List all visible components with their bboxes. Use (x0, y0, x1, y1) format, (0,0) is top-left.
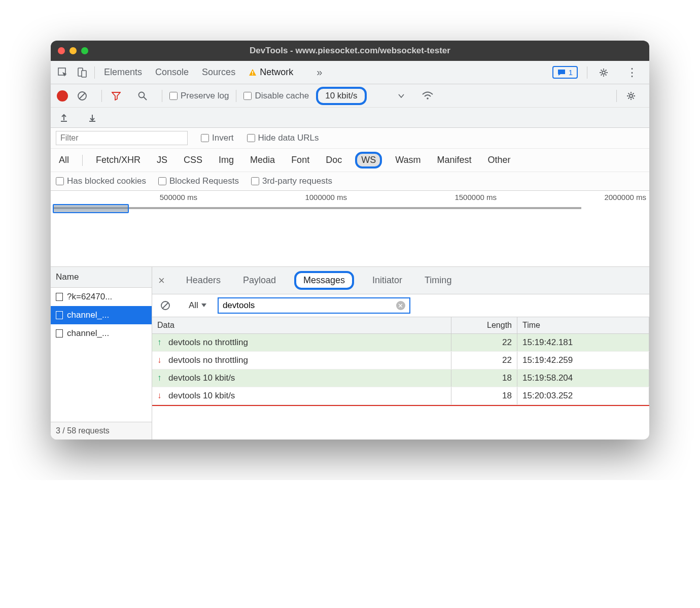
more-tabs-icon[interactable]: » (317, 66, 322, 78)
message-filter-input[interactable]: devtools ✕ (218, 297, 410, 314)
type-js[interactable]: JS (154, 153, 170, 167)
clear-messages-icon[interactable] (158, 298, 172, 313)
type-ws[interactable]: WS (355, 152, 382, 168)
issues-badge[interactable]: 1 (552, 66, 578, 79)
arrow-down-icon: ↓ (157, 355, 164, 365)
record-button[interactable] (57, 90, 68, 102)
request-detail-split: Name ?k=62470... channel_... channel_...… (51, 267, 649, 440)
detail-tab-messages[interactable]: Messages (294, 271, 354, 290)
timeline-ticks: 500000 ms 1000000 ms 1500000 ms 2000000 … (51, 191, 649, 203)
warning-icon (249, 69, 257, 77)
import-har-icon[interactable] (85, 111, 99, 125)
extra-filter-row: Has blocked cookies Blocked Requests 3rd… (51, 172, 649, 191)
timeline-overview[interactable]: 500000 ms 1000000 ms 1500000 ms 2000000 … (51, 191, 649, 267)
message-time: 15:19:42.181 (517, 334, 649, 351)
tab-network[interactable]: Network (249, 67, 293, 78)
clear-button[interactable] (75, 89, 89, 103)
kebab-menu-icon[interactable]: ⋮ (625, 65, 639, 80)
type-img[interactable]: Img (216, 153, 237, 167)
svg-point-10 (427, 97, 429, 99)
clear-filter-icon[interactable]: ✕ (396, 301, 405, 310)
timeline-selection[interactable] (53, 204, 129, 213)
export-har-icon[interactable] (57, 111, 71, 125)
inspect-element-icon[interactable] (56, 65, 70, 80)
detail-tabs: × Headers Payload Messages Initiator Tim… (152, 267, 649, 294)
request-item[interactable]: ?k=62470... (51, 288, 152, 306)
request-list: Name ?k=62470... channel_... channel_...… (51, 267, 152, 440)
message-row[interactable]: ↓devtools no throttling2215:19:42.259 (152, 352, 649, 369)
tab-sources[interactable]: Sources (202, 67, 235, 78)
col-data: Data (152, 317, 451, 333)
svg-point-8 (139, 92, 145, 97)
type-all[interactable]: All (56, 153, 72, 167)
network-toolbar: Preserve log Disable cache 10 kbit/s (51, 84, 649, 108)
col-length: Length (451, 317, 517, 333)
message-text: devtools no throttling (168, 337, 248, 347)
svg-point-5 (602, 71, 605, 74)
blocked-requests-checkbox[interactable]: Blocked Requests (158, 176, 239, 186)
separator (616, 90, 617, 102)
type-wasm[interactable]: Wasm (392, 153, 424, 167)
type-manifest[interactable]: Manifest (434, 153, 475, 167)
type-font[interactable]: Font (288, 153, 312, 167)
separator (236, 90, 236, 102)
type-media[interactable]: Media (247, 153, 278, 167)
detail-tab-headers[interactable]: Headers (182, 273, 225, 288)
panel-tabs: Elements Console Sources Network » (104, 66, 322, 78)
col-time: Time (517, 317, 649, 333)
detail-tab-initiator[interactable]: Initiator (368, 273, 406, 288)
type-doc[interactable]: Doc (323, 153, 345, 167)
close-detail-icon[interactable]: × (158, 274, 165, 287)
message-text: devtools 10 kbit/s (168, 391, 235, 400)
type-css[interactable]: CSS (181, 153, 205, 167)
type-fetch-xhr[interactable]: Fetch/XHR (93, 153, 144, 167)
file-icon (56, 329, 63, 337)
request-list-header: Name (51, 267, 152, 288)
hide-data-urls-checkbox[interactable]: Hide data URLs (247, 133, 319, 143)
preserve-log-checkbox[interactable]: Preserve log (169, 91, 229, 101)
message-row[interactable]: ↓devtools 10 kbit/s1815:20:03.252 (152, 387, 649, 405)
detail-tab-timing[interactable]: Timing (421, 273, 456, 288)
search-icon[interactable] (135, 89, 150, 103)
message-text: devtools no throttling (168, 355, 248, 365)
request-item[interactable]: channel_... (51, 306, 152, 324)
request-detail-panel: × Headers Payload Messages Initiator Tim… (152, 267, 649, 440)
wifi-icon[interactable] (421, 89, 435, 103)
request-item[interactable]: channel_... (51, 324, 152, 343)
arrow-up-icon: ↑ (157, 337, 164, 348)
main-toolbar: Elements Console Sources Network » 1 ⋮ (51, 61, 649, 84)
network-settings-gear-icon[interactable] (624, 89, 638, 103)
request-count: 3 / 58 requests (51, 422, 152, 440)
disable-cache-checkbox[interactable]: Disable cache (243, 91, 309, 101)
tab-console[interactable]: Console (155, 67, 189, 78)
third-party-checkbox[interactable]: 3rd-party requests (251, 176, 332, 186)
message-time: 15:19:42.259 (517, 352, 649, 369)
throttle-dropdown-icon[interactable] (394, 89, 408, 103)
messages-filter-bar: All devtools ✕ (152, 294, 649, 317)
message-text: devtools 10 kbit/s (168, 373, 235, 383)
blocked-cookies-checkbox[interactable]: Has blocked cookies (56, 176, 146, 186)
message-row[interactable]: ↑devtools 10 kbit/s1815:19:58.204 (152, 369, 649, 387)
tab-elements[interactable]: Elements (104, 67, 142, 78)
separator (101, 90, 102, 102)
svg-rect-2 (82, 71, 86, 77)
separator (162, 90, 162, 102)
invert-checkbox[interactable]: Invert (201, 133, 234, 143)
chevron-down-icon (201, 303, 206, 308)
settings-gear-icon[interactable] (597, 65, 611, 80)
type-other[interactable]: Other (485, 153, 514, 167)
detail-tab-payload[interactable]: Payload (239, 273, 280, 288)
message-time: 15:20:03.252 (517, 387, 649, 404)
separator (94, 66, 95, 79)
throttle-selector[interactable]: 10 kbit/s (316, 87, 366, 105)
message-type-select[interactable]: All (184, 299, 212, 312)
timeline-track (53, 204, 647, 214)
filter-input[interactable] (56, 131, 188, 145)
device-toolbar-icon[interactable] (75, 65, 89, 80)
svg-rect-4 (252, 74, 253, 75)
svg-rect-3 (252, 71, 253, 74)
message-length: 18 (451, 369, 517, 387)
message-row[interactable]: ↑devtools no throttling2215:19:42.181 (152, 334, 649, 352)
svg-line-9 (144, 97, 147, 100)
filter-toggle-icon[interactable] (109, 89, 123, 103)
